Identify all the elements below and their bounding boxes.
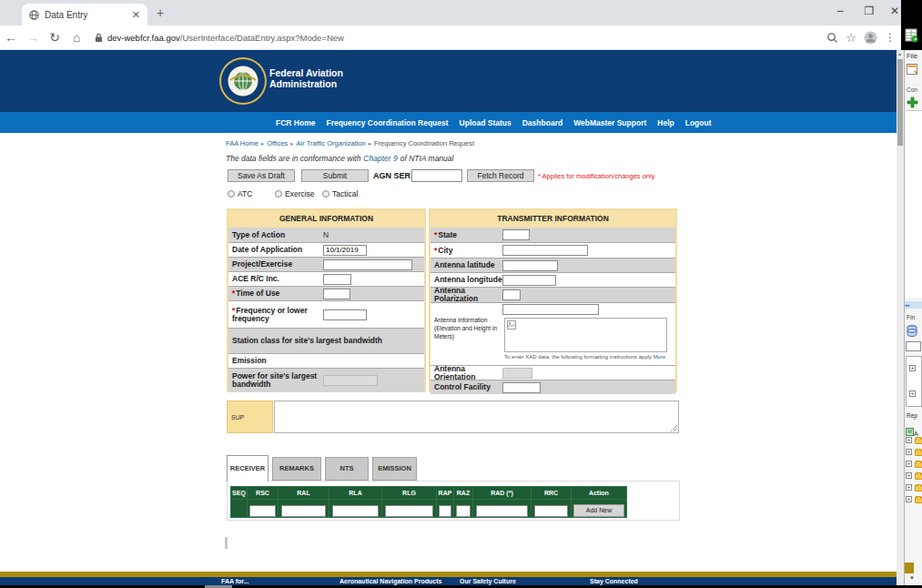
- frequency-input[interactable]: [323, 309, 367, 320]
- state-input[interactable]: [502, 229, 530, 240]
- nav-help[interactable]: Help: [657, 118, 674, 127]
- row-project-exercise: Project/Exercise: [228, 257, 424, 271]
- search-icon[interactable]: [826, 32, 838, 44]
- tree-expander-icon[interactable]: +: [906, 496, 912, 502]
- menu-dots-icon[interactable]: ⋮: [885, 31, 896, 44]
- required-mark: *: [434, 246, 437, 255]
- scrollbar-thumb[interactable]: [897, 59, 903, 146]
- xad-more-link[interactable]: More: [654, 354, 666, 360]
- tree-expander-icon[interactable]: +: [909, 365, 916, 371]
- export-icon[interactable]: [907, 64, 919, 76]
- file-menu[interactable]: File: [907, 52, 917, 60]
- nav-dashboard[interactable]: Dashboard: [522, 118, 562, 127]
- raz-input[interactable]: [456, 505, 471, 517]
- tab-remarks[interactable]: REMARKS: [272, 457, 321, 481]
- url-path: /UserInterface/DataEntry.aspx?Mode=New: [180, 33, 344, 43]
- database-icon[interactable]: [907, 325, 917, 338]
- report-icon: [906, 428, 914, 436]
- breadcrumb-faa-home[interactable]: FAA Home: [226, 139, 258, 147]
- atc-radio-label: ATC: [238, 189, 252, 198]
- control-facility-input[interactable]: [502, 382, 541, 393]
- footer-our-safety-culture[interactable]: Our Safety Culture: [460, 578, 516, 584]
- receiver-table-row: Add New: [231, 500, 627, 518]
- antenna-info-textarea[interactable]: [504, 318, 667, 352]
- globe-favicon: [29, 10, 39, 20]
- footer-stay-connected[interactable]: Stay Connected: [590, 578, 638, 584]
- nav-upload-status[interactable]: Upload Status: [460, 118, 512, 127]
- new-tab-button[interactable]: +: [157, 5, 164, 20]
- nav-logout[interactable]: Logout: [685, 118, 712, 127]
- rap-input[interactable]: [439, 505, 452, 517]
- general-information-title: GENERAL INFORMATION: [228, 210, 424, 228]
- radio-atc[interactable]: ATC: [228, 189, 252, 198]
- add-new-button[interactable]: Add New: [573, 504, 624, 517]
- power-input[interactable]: [323, 375, 378, 386]
- tab-receiver[interactable]: RECEIVER: [227, 455, 268, 482]
- ace-rc-input[interactable]: [323, 274, 351, 285]
- tree-expander-icon[interactable]: +: [906, 461, 912, 467]
- rad-input[interactable]: [476, 505, 527, 517]
- project-exercise-input[interactable]: [323, 259, 412, 270]
- nav-fcr-home[interactable]: FCR Home: [276, 118, 315, 127]
- agn-ser-input[interactable]: [411, 169, 462, 182]
- ral-input[interactable]: [281, 505, 326, 517]
- tree-expander-icon[interactable]: +: [906, 437, 912, 443]
- nav-webmaster-support[interactable]: WebMaster Support: [573, 118, 646, 127]
- save-as-draft-button[interactable]: Save As Draft: [228, 169, 295, 182]
- rla-input[interactable]: [332, 505, 379, 517]
- radio-exercise[interactable]: Exercise: [275, 189, 315, 198]
- bookmark-star-icon[interactable]: ☆: [846, 31, 856, 45]
- tab-title: Data Entry: [45, 10, 127, 20]
- fetch-record-button[interactable]: Fetch Record: [467, 169, 534, 182]
- transmitter-information-title: TRANSMITTER INFORMATION: [431, 210, 675, 228]
- tab-nts[interactable]: NTS: [325, 457, 369, 481]
- exercise-radio-icon[interactable]: [275, 190, 282, 198]
- home-icon[interactable]: ⌂: [66, 30, 87, 45]
- add-icon[interactable]: [907, 96, 918, 108]
- time-of-use-input[interactable]: [323, 289, 350, 299]
- resize-handle[interactable]: [671, 425, 677, 431]
- rsc-input[interactable]: [249, 505, 276, 517]
- forward-icon[interactable]: →: [22, 30, 44, 45]
- reload-icon[interactable]: ↻: [44, 30, 66, 45]
- atc-radio-icon[interactable]: [228, 190, 235, 198]
- tree-expander-icon[interactable]: +: [906, 472, 912, 479]
- profile-avatar[interactable]: [864, 31, 877, 45]
- footer-faa-for[interactable]: FAA for...: [221, 578, 248, 584]
- rrc-input[interactable]: [534, 505, 569, 517]
- radio-tactical[interactable]: Tactical: [322, 189, 358, 198]
- maximize-button[interactable]: ❐: [856, 0, 883, 24]
- footer-aeronautical-navigation-products[interactable]: Aeronautical Navigation Products: [339, 578, 441, 584]
- minimize-button[interactable]: –: [826, 0, 854, 24]
- address-bar[interactable]: dev-webfcr.faa.gov/UserInterface/DataEnt…: [95, 33, 826, 43]
- breadcrumb-offices[interactable]: Offices: [267, 139, 288, 147]
- side-find-input[interactable]: [906, 341, 921, 351]
- con-label: Con: [907, 86, 917, 93]
- antenna-orientation-input[interactable]: [502, 368, 532, 379]
- city-input[interactable]: [502, 245, 588, 256]
- date-of-application-input[interactable]: [323, 245, 367, 256]
- tree-expander-icon[interactable]: +: [906, 484, 912, 491]
- chapter-9-link[interactable]: Chapter 9: [363, 154, 397, 163]
- submit-button[interactable]: Submit: [301, 169, 369, 182]
- back-icon[interactable]: ←: [0, 30, 22, 45]
- side-hscrollbar[interactable]: ◂◂: [905, 301, 922, 309]
- nav-frequency-coordination-request[interactable]: Frequency Coordination Request: [326, 118, 448, 127]
- antenna-polarization-input[interactable]: [502, 289, 521, 300]
- side-scroll-down-icon[interactable]: ▼: [909, 575, 915, 581]
- tab-emission[interactable]: EMISSION: [372, 457, 417, 481]
- tree-expander-icon[interactable]: +: [909, 390, 916, 397]
- rlg-input[interactable]: [385, 505, 432, 517]
- antenna-latitude-input[interactable]: [502, 260, 558, 271]
- scrollbar-up-icon[interactable]: ▲: [897, 51, 902, 56]
- row-ace-rc: ACE R/C Inc.: [228, 271, 424, 286]
- sup-textarea[interactable]: [274, 400, 679, 433]
- spreadsheet-icon[interactable]: [905, 28, 918, 43]
- tactical-radio-icon[interactable]: [322, 190, 329, 198]
- browser-tab[interactable]: Data Entry ✕: [22, 4, 147, 25]
- antenna-longitude-input[interactable]: [502, 275, 556, 286]
- breadcrumb-ato[interactable]: Air Traffic Organization: [297, 139, 366, 147]
- tab-close-icon[interactable]: ✕: [132, 9, 140, 21]
- antenna-info-input[interactable]: [502, 304, 599, 315]
- tree-expander-icon[interactable]: +: [906, 449, 912, 455]
